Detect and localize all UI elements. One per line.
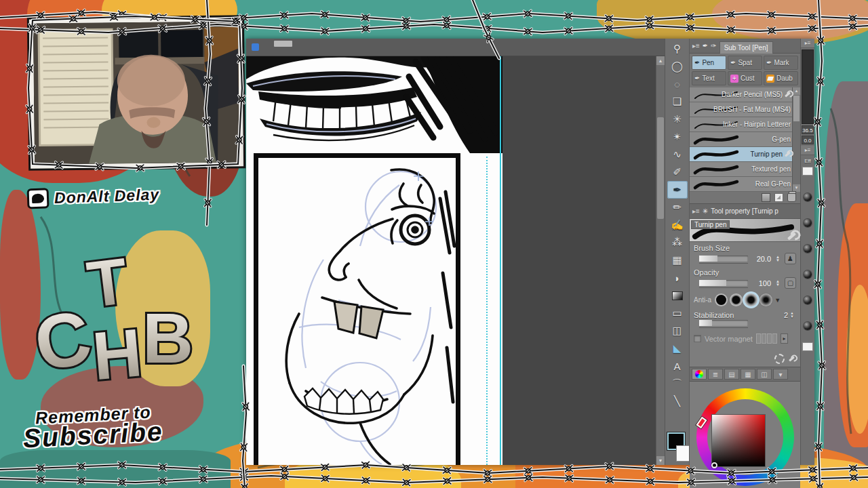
new-subtool-icon[interactable] (774, 193, 783, 202)
anti-aliasing-strong[interactable] (760, 293, 772, 306)
pencil-tool-icon[interactable]: ✏ (667, 199, 688, 216)
subtool-category-spat[interactable]: ✒Spat (728, 56, 762, 70)
panel-menu-icon[interactable]: ▸≡ (801, 146, 814, 155)
tone-tool-icon[interactable]: ▦ (667, 251, 688, 269)
brush-row[interactable]: BRUSH - Fat Maru (MS4) (690, 102, 800, 117)
gradient-tool-icon[interactable] (667, 287, 688, 304)
delete-subtool-icon[interactable] (787, 193, 796, 202)
brush-size-slider[interactable] (699, 256, 748, 262)
frame-tool-icon[interactable]: ▭ (667, 304, 688, 322)
subtool-category-mark[interactable]: ✒Mark (764, 56, 798, 70)
brush-size-dynamics-button[interactable]: ♟ (785, 253, 796, 264)
color-wheel-tab[interactable] (692, 369, 707, 380)
scroll-thumb[interactable] (657, 117, 664, 219)
pen-tab-icon[interactable]: ✑ (711, 42, 716, 49)
canvas-area[interactable]: ▲ ▼ (246, 56, 665, 465)
brush-name: Darker Pencil (MS5) (722, 91, 783, 98)
zoom-value[interactable]: 36.5 (802, 125, 814, 134)
chevron-down-icon[interactable]: ▼ (774, 297, 781, 304)
dock-swatch[interactable] (802, 342, 813, 351)
dock-handle-dot[interactable] (804, 296, 812, 304)
dock-swatch[interactable] (802, 167, 813, 176)
select-rotate-tool-icon[interactable]: ◌ (667, 75, 688, 93)
panel-menu-icon[interactable]: ▸≡ (692, 207, 700, 215)
brush-list: Darker Pencil (MS5)BRUSH - Fat Maru (MS4… (690, 87, 800, 192)
blend-tool-icon[interactable]: ◗ (667, 269, 688, 287)
register-material-icon[interactable] (762, 193, 770, 202)
subtool-category-cust[interactable]: +Cust (728, 71, 762, 85)
wand-tool-icon[interactable]: ✴ (667, 128, 688, 146)
stabilization-stepper[interactable]: ▲▼ (790, 312, 794, 319)
lasso-tool-icon[interactable]: ◯ (667, 58, 688, 75)
subtool-category-pen[interactable]: ✒Pen (692, 56, 726, 70)
move-tool-icon[interactable]: ✳ (667, 110, 688, 128)
intermediate-color-tab[interactable]: ▦ (741, 369, 755, 380)
reset-icon[interactable] (774, 354, 785, 364)
scroll-down-arrow[interactable]: ▼ (656, 456, 665, 465)
dock-handle-dot[interactable] (804, 322, 812, 330)
scroll-up-arrow[interactable]: ▲ (656, 56, 665, 65)
navigator-preview[interactable] (802, 49, 814, 124)
stabilization-value[interactable]: 2 (784, 311, 788, 319)
canvas-scrollbar[interactable]: ▲ ▼ (656, 56, 665, 465)
text-tool-icon[interactable]: A (667, 357, 688, 375)
brush-tool-icon[interactable]: ✍ (667, 216, 688, 234)
brush-row[interactable]: Textured pen (690, 162, 800, 177)
rotate-value[interactable]: 0.0 (802, 136, 814, 144)
stabilization-slider[interactable] (699, 320, 748, 326)
dock-handle-dot[interactable] (804, 219, 812, 227)
anti-aliasing-medium[interactable] (745, 293, 757, 306)
subtool-panel-title[interactable]: Sub Tool [Pen] (719, 41, 773, 54)
brush-list-scrollbar[interactable]: ▲ ▼ (792, 87, 800, 192)
eyedropper-tool-icon[interactable]: ✐ (667, 163, 688, 181)
vector-magnet-expand[interactable]: ▸ (781, 333, 788, 344)
approx-color-tab[interactable]: ◫ (757, 369, 772, 380)
zoom-tool-icon[interactable]: ⚲ (667, 40, 688, 58)
subtool-category-text[interactable]: ✒Text (692, 71, 726, 85)
app-toolbar-button[interactable] (274, 41, 292, 47)
opacity-value[interactable]: 100 (759, 279, 771, 287)
brush-row[interactable]: Darker Pencil (MS5) (690, 87, 800, 102)
dock-handle-dot[interactable] (804, 270, 812, 279)
tool-property-header[interactable]: ▸≡ ✳ Tool property [Turnip p (690, 204, 800, 219)
panel-menu-icon[interactable]: ▸≡ (692, 42, 700, 49)
brush-size-value[interactable]: 20.0 (757, 255, 771, 263)
anti-aliasing-none[interactable] (715, 293, 728, 306)
scroll-thumb[interactable] (793, 96, 800, 121)
object-tool-icon[interactable]: ❏ (667, 93, 688, 110)
pen-tab-icon[interactable]: ✒ (703, 42, 708, 49)
brush-row[interactable]: Inker - Hairpin Letterer (690, 117, 800, 132)
dock-handle-dot[interactable] (804, 245, 812, 253)
gear-icon[interactable]: ✳ (703, 207, 708, 215)
brush-size-stepper[interactable]: ▲▼ (776, 256, 780, 262)
panel-tool-icon[interactable]: ◫ (667, 322, 688, 340)
color-history-tab[interactable]: ▾ (773, 369, 788, 380)
opacity-stepper[interactable]: ▲▼ (776, 280, 780, 287)
scroll-up-arrow[interactable]: ▲ (793, 87, 800, 95)
tool-property-title: Tool property [Turnip p (711, 207, 778, 215)
opacity-dynamics-button[interactable]: ▢ (785, 277, 796, 289)
dock-handle-dot[interactable] (804, 193, 812, 201)
vector-magnet-checkbox[interactable] (694, 335, 701, 342)
artwork-top-panel (246, 56, 502, 153)
ruler-tool-icon[interactable]: ◣ (667, 340, 688, 357)
brush-row[interactable]: G-pen (690, 132, 800, 147)
opacity-slider[interactable] (699, 280, 748, 286)
selection-pen-tool-icon[interactable]: ∿ (667, 146, 688, 163)
pen-tool-icon[interactable]: ✒ (667, 181, 688, 199)
saturation-value-square[interactable] (712, 415, 765, 466)
brush-row[interactable]: Real G-Pen (690, 177, 800, 192)
airbrush-tool-icon[interactable]: ⁂ (667, 234, 688, 251)
wrench-icon[interactable] (789, 356, 795, 361)
color-slider-tab[interactable]: ≣ (708, 369, 723, 380)
subtool-panel-header[interactable]: ▸≡ ✒ ✑ Sub Tool [Pen] (690, 39, 800, 54)
vector-magnet-row: Vector magnet ▸ (690, 330, 800, 347)
line-tool-icon[interactable]: ╲ (667, 392, 688, 410)
anti-aliasing-weak[interactable] (730, 293, 743, 306)
brush-row[interactable]: Turnip pen (690, 147, 800, 162)
color-set-tab[interactable]: ▤ (724, 369, 739, 380)
curve-tool-icon[interactable]: ⌒ (667, 375, 688, 392)
panel-menu-icon[interactable]: ▸≡ (801, 39, 814, 48)
subtool-category-daub[interactable]: Daub (764, 71, 798, 85)
sv-cursor[interactable] (711, 462, 717, 468)
